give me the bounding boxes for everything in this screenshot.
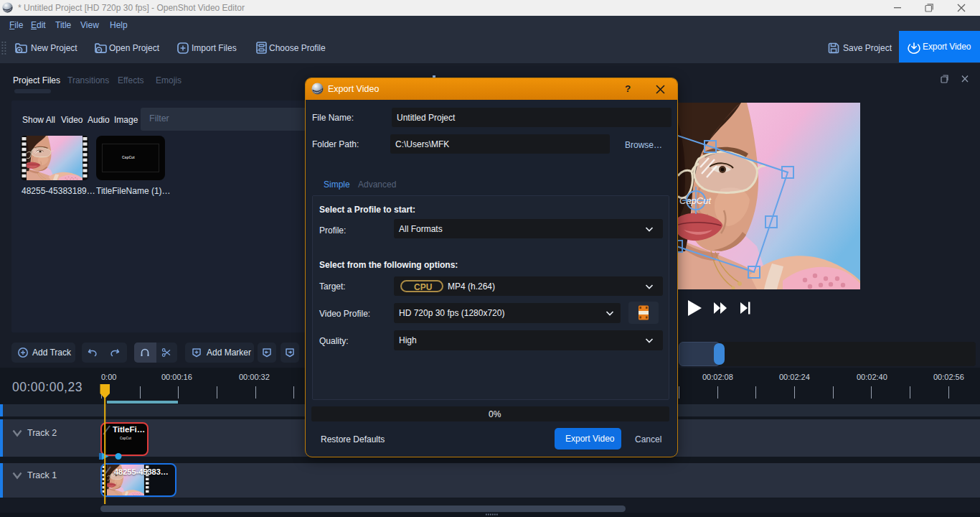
svg-text:CapCut: CapCut	[679, 195, 712, 206]
